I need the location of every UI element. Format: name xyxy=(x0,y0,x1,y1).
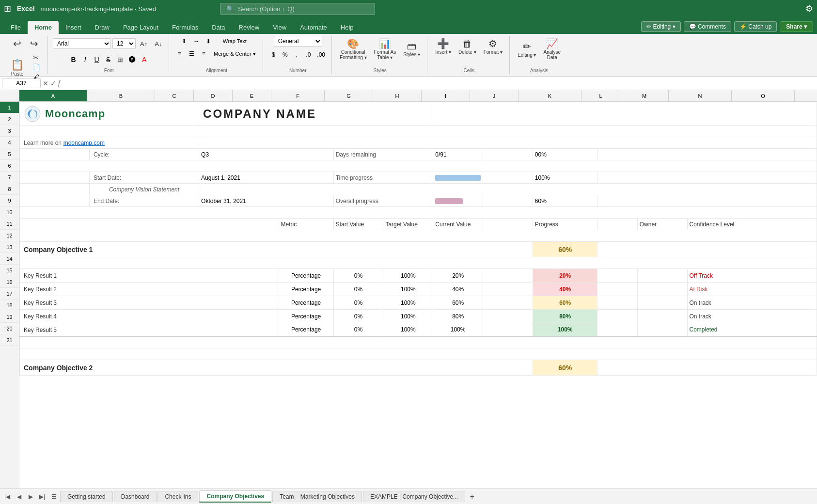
add-sheet-button[interactable]: + xyxy=(466,491,478,503)
share-button[interactable]: Share ▾ xyxy=(780,21,813,32)
font-size-select[interactable]: 12 xyxy=(112,38,136,49)
row-num-14[interactable]: 14 xyxy=(0,253,19,265)
row-num-16[interactable]: 16 xyxy=(0,276,19,288)
learn-more-link[interactable]: mooncamp.com xyxy=(63,140,105,146)
increase-font-button[interactable]: A↑ xyxy=(137,36,150,51)
col-header-d[interactable]: D xyxy=(194,90,233,101)
settings-icon[interactable]: ⚙ xyxy=(805,3,813,14)
decrease-decimal-button[interactable]: .00 xyxy=(314,49,328,60)
col-header-i[interactable]: I xyxy=(422,90,470,101)
merge-center-button[interactable]: Merge & Center ▾ xyxy=(210,48,259,59)
row-num-12[interactable]: 12 xyxy=(0,230,19,241)
row-num-3[interactable]: 3 xyxy=(0,125,19,137)
cancel-formula-icon[interactable]: ✕ xyxy=(43,79,48,87)
insert-function-icon[interactable]: f xyxy=(58,79,60,87)
copy-button[interactable]: 📄 xyxy=(28,63,44,72)
row-num-17[interactable]: 17 xyxy=(0,288,19,299)
font-family-select[interactable]: Arial xyxy=(53,38,111,49)
row-num-18[interactable]: 18 xyxy=(0,299,19,311)
tab-team-marketing[interactable]: Team – Marketing Objectives xyxy=(272,491,362,502)
tab-home[interactable]: Home xyxy=(28,21,59,34)
search-box[interactable]: 🔍 Search (Option + Q) xyxy=(220,3,375,15)
row-num-5[interactable]: 5 xyxy=(0,148,19,160)
underline-button[interactable]: U xyxy=(92,54,102,65)
align-top-button[interactable]: ⬆ xyxy=(179,36,189,47)
tab-view[interactable]: View xyxy=(266,21,293,34)
tab-example-company[interactable]: EXAMPLE | Company Objective... xyxy=(363,491,465,502)
col-header-k[interactable]: K xyxy=(518,90,581,101)
tab-insert[interactable]: Insert xyxy=(59,21,88,34)
row-num-21[interactable]: 21 xyxy=(0,334,19,346)
borders-button[interactable]: ⊞ xyxy=(115,54,126,65)
wrap-text-button[interactable]: Wrap Text xyxy=(215,36,254,47)
col-header-f[interactable]: F xyxy=(271,90,325,101)
tab-file[interactable]: File xyxy=(4,21,28,34)
col-header-c[interactable]: C xyxy=(155,90,194,101)
formula-input[interactable] xyxy=(62,79,815,87)
comma-button[interactable]: , xyxy=(291,49,302,60)
tab-dashboard[interactable]: Dashboard xyxy=(114,491,157,502)
row-num-7[interactable]: 7 xyxy=(0,172,19,183)
delete-button[interactable]: 🗑 Delete ▾ xyxy=(456,36,479,57)
row-num-6[interactable]: 6 xyxy=(0,160,19,172)
tab-automate[interactable]: Automate xyxy=(293,21,334,34)
row-num-11[interactable]: 11 xyxy=(0,218,19,230)
row-num-2[interactable]: 2 xyxy=(0,113,19,125)
row-num-9[interactable]: 9 xyxy=(0,195,19,206)
grid-content[interactable]: Mooncamp COMPANY NAME Learn more on xyxy=(19,102,817,488)
app-grid-icon[interactable]: ⊞ xyxy=(4,3,11,14)
tab-page-layout[interactable]: Page Layout xyxy=(116,21,165,34)
row-num-15[interactable]: 15 xyxy=(0,265,19,276)
col-header-a[interactable]: A xyxy=(19,90,87,101)
tab-getting-started[interactable]: Getting started xyxy=(60,491,113,502)
row-num-4[interactable]: 4 xyxy=(0,137,19,148)
bold-button[interactable]: B xyxy=(68,54,79,65)
tab-company-objectives[interactable]: Company Objectives xyxy=(199,490,271,503)
row-num-8[interactable]: 8 xyxy=(0,183,19,195)
align-center-button[interactable]: ☰ xyxy=(186,48,197,59)
catchup-button[interactable]: ⚡ Catch up xyxy=(734,21,777,32)
comments-button[interactable]: 💬 Comments xyxy=(684,21,731,32)
sheet-menu-button[interactable]: ☰ xyxy=(48,491,59,502)
col-header-b[interactable]: B xyxy=(87,90,155,101)
col-header-e[interactable]: E xyxy=(233,90,271,101)
col-header-g[interactable]: G xyxy=(325,90,373,101)
decrease-font-button[interactable]: A↓ xyxy=(152,36,165,51)
col-header-h[interactable]: H xyxy=(373,90,422,101)
tab-formulas[interactable]: Formulas xyxy=(165,21,205,34)
col-header-j[interactable]: J xyxy=(470,90,518,101)
increase-decimal-button[interactable]: .0 xyxy=(303,49,314,60)
cut-button[interactable]: ✂ xyxy=(28,53,44,62)
cell-ref-input[interactable] xyxy=(2,79,41,88)
align-middle-button[interactable]: ↔ xyxy=(191,36,202,47)
row-num-1[interactable]: 1 xyxy=(0,102,19,113)
editing-button[interactable]: ✏ Editing ▾ xyxy=(641,21,680,32)
paste-button[interactable]: 📋 Paste xyxy=(8,57,27,79)
font-color-button[interactable]: A xyxy=(139,54,150,65)
sheet-next-button[interactable]: ▶ xyxy=(25,491,36,502)
tab-data[interactable]: Data xyxy=(205,21,232,34)
align-bottom-button[interactable]: ⬇ xyxy=(203,36,214,47)
align-left-button[interactable]: ≡ xyxy=(174,48,185,59)
format-button[interactable]: ⚙ Format ▾ xyxy=(481,36,505,57)
tab-check-ins[interactable]: Check-Ins xyxy=(157,491,198,502)
align-right-button[interactable]: ≡ xyxy=(198,48,209,59)
currency-button[interactable]: $ xyxy=(268,49,279,60)
col-header-n[interactable]: N xyxy=(669,90,732,101)
sheet-next-next-button[interactable]: ▶| xyxy=(37,491,47,502)
insert-button[interactable]: ➕ Insert ▾ xyxy=(432,36,454,57)
redo-button[interactable]: ↪ xyxy=(27,36,42,51)
tab-help[interactable]: Help xyxy=(334,21,361,34)
row-num-10[interactable]: 10 xyxy=(0,206,19,218)
sheet-prev-prev-button[interactable]: |◀ xyxy=(2,491,13,502)
italic-button[interactable]: I xyxy=(80,54,91,65)
number-format-select[interactable]: General xyxy=(274,36,322,47)
undo-button[interactable]: ↩ xyxy=(10,36,25,51)
row-num-20[interactable]: 20 xyxy=(0,323,19,334)
col-header-o[interactable]: O xyxy=(732,90,795,101)
conditional-formatting-button[interactable]: 🎨 Conditional Formatting ▾ xyxy=(337,36,370,62)
col-header-m[interactable]: M xyxy=(620,90,669,101)
row-num-13[interactable]: 13 xyxy=(0,241,19,253)
cell-styles-button[interactable]: 🗃 Styles ▾ xyxy=(400,39,423,59)
tab-review[interactable]: Review xyxy=(232,21,267,34)
